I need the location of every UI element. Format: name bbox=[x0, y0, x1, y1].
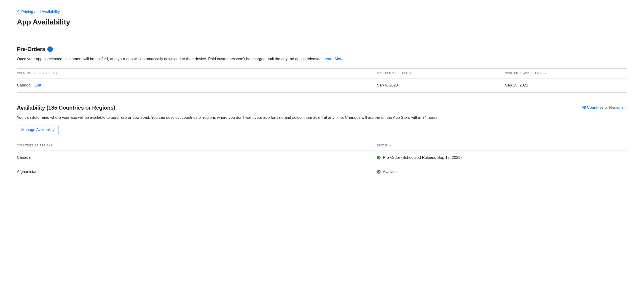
chevron-left-icon bbox=[17, 10, 19, 14]
availability-status: Pre-Order (Scheduled Release Sep 15, 202… bbox=[377, 155, 627, 160]
availability-table: Countries or Regions Status Canada bbox=[17, 141, 627, 179]
availability-description: You can determine where your app will be… bbox=[17, 115, 627, 120]
availability-country: Afghanistan bbox=[17, 165, 377, 179]
availability-section: Availability (135 Countries or Regions) … bbox=[17, 104, 627, 179]
availability-col-countries[interactable]: Countries or Regions bbox=[17, 141, 377, 151]
preorders-col-release[interactable]: Scheduled App Release bbox=[505, 69, 627, 78]
preorder-release: Sep 15, 2023 bbox=[505, 78, 627, 92]
availability-title: Availability (135 Countries or Regions) bbox=[17, 104, 115, 112]
regions-dropdown[interactable]: All Countries or Regions bbox=[582, 105, 627, 110]
check-icon bbox=[377, 156, 380, 160]
preorder-published: Sep 6, 2023 bbox=[377, 78, 505, 92]
preorders-description: Once your app is released, customers wil… bbox=[17, 56, 627, 62]
preorders-table: Countries or Regions (1) Pre-Order Publi… bbox=[17, 68, 627, 93]
table-row: Afghanistan Available bbox=[17, 165, 627, 179]
preorder-country: Canada bbox=[17, 83, 31, 88]
learn-more-link[interactable]: Learn More bbox=[324, 57, 344, 61]
add-preorder-button[interactable] bbox=[47, 46, 53, 52]
edit-link[interactable]: Edit bbox=[34, 83, 41, 88]
page-title: App Availability bbox=[17, 17, 627, 28]
preorders-col-published[interactable]: Pre-Order Published bbox=[377, 69, 505, 78]
chevron-down-icon bbox=[625, 105, 627, 110]
availability-country: Canada bbox=[17, 150, 377, 165]
preorders-col-countries[interactable]: Countries or Regions (1) bbox=[17, 69, 377, 78]
availability-col-status[interactable]: Status bbox=[377, 141, 627, 151]
check-icon bbox=[377, 170, 380, 174]
preorders-title: Pre-Orders bbox=[17, 45, 45, 53]
preorders-section: Pre-Orders Once your app is released, cu… bbox=[17, 45, 627, 93]
sort-asc-icon bbox=[390, 145, 392, 146]
divider bbox=[17, 34, 627, 34]
sort-asc-icon bbox=[545, 73, 546, 74]
availability-status: Available bbox=[377, 169, 627, 175]
table-row: Canada Edit Sep 6, 2023 Sep 15, 2023 bbox=[17, 78, 627, 92]
table-row: Canada Pre-Order (Scheduled Release Sep … bbox=[17, 150, 627, 165]
breadcrumb[interactable]: Pricing and Availability bbox=[17, 9, 60, 15]
availability-header-row: Availability (135 Countries or Regions) … bbox=[17, 104, 627, 112]
breadcrumb-label: Pricing and Availability bbox=[21, 9, 60, 15]
preorders-header: Pre-Orders bbox=[17, 45, 627, 53]
manage-availability-button[interactable]: Manage Availability bbox=[17, 126, 59, 134]
